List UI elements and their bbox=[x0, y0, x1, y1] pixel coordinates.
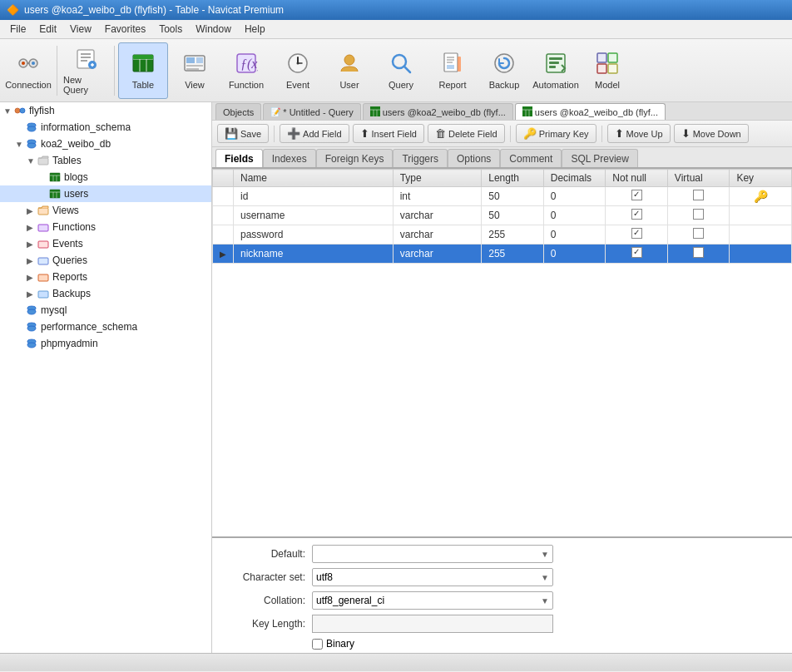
svg-rect-65 bbox=[38, 258, 48, 264]
view-icon bbox=[183, 52, 206, 78]
svg-rect-78 bbox=[522, 106, 532, 116]
field-notnull-cell[interactable] bbox=[606, 225, 668, 245]
tree-item-functions[interactable]: ▶Functions bbox=[0, 219, 211, 235]
table-row[interactable]: idint500🔑 bbox=[213, 187, 792, 206]
connection-icon bbox=[17, 52, 40, 78]
delete-field-button[interactable]: 🗑 Delete Field bbox=[428, 124, 505, 143]
svg-point-47 bbox=[20, 108, 25, 113]
keylength-input[interactable] bbox=[312, 615, 553, 633]
tree-label: information_schema bbox=[41, 121, 131, 133]
move-down-button[interactable]: ⬇ Move Down bbox=[674, 124, 749, 143]
tree-item-tables[interactable]: ▼Tables bbox=[0, 152, 211, 169]
menu-item-favorites[interactable]: Favorites bbox=[98, 22, 152, 37]
field-name-cell: password bbox=[234, 225, 394, 245]
toolbar-btn-function[interactable]: ƒ(x)Function bbox=[221, 42, 271, 99]
fields-table: NameTypeLengthDecimalsNot nullVirtualKey… bbox=[212, 169, 792, 264]
menu-item-window[interactable]: Window bbox=[189, 22, 238, 37]
toolbar-btn-report[interactable]: Report bbox=[428, 42, 478, 99]
binary-checkbox[interactable] bbox=[312, 639, 323, 650]
toolbar-btn-backup[interactable]: Backup bbox=[479, 42, 529, 99]
tab-users-koa2-2[interactable]: users @koa2_weibo_db (flyf... bbox=[515, 103, 666, 120]
toolbar-btn-user[interactable]: User bbox=[324, 42, 374, 99]
tree-item-phpmyadmin[interactable]: phpmyadmin bbox=[0, 335, 211, 352]
add-field-button[interactable]: ➕ Add Field bbox=[280, 124, 349, 143]
field-name-cell: nickname bbox=[234, 245, 394, 264]
move-up-button[interactable]: ⬆ Move Up bbox=[607, 124, 671, 143]
tree-label: mysql bbox=[41, 304, 67, 316]
field-notnull-cell[interactable] bbox=[606, 187, 668, 206]
default-select[interactable]: ▼ bbox=[312, 545, 553, 563]
not-null-checkbox bbox=[631, 190, 642, 200]
svg-rect-18 bbox=[186, 57, 195, 63]
charset-value: utf8 bbox=[316, 571, 333, 583]
collation-select[interactable]: utf8_general_ci ▼ bbox=[312, 591, 553, 610]
field-notnull-cell[interactable] bbox=[606, 206, 668, 225]
sub-tab-triggers[interactable]: Triggers bbox=[393, 149, 448, 167]
tree-item-koa2_weibo_db[interactable]: ▼koa2_weibo_db bbox=[0, 136, 211, 152]
sub-tab-options[interactable]: Options bbox=[448, 149, 500, 167]
field-virtual-cell[interactable] bbox=[667, 245, 730, 264]
tree-item-queries[interactable]: ▶Queries bbox=[0, 252, 211, 269]
toolbar-btn-event[interactable]: Event bbox=[273, 42, 323, 99]
tree-root-flyfish[interactable]: ▼flyfish bbox=[0, 102, 211, 119]
tree-item-performance_schema[interactable]: performance_schema bbox=[0, 319, 211, 335]
tab-untitled-query[interactable]: 📝* Untitled - Query bbox=[263, 103, 360, 120]
backup-icon bbox=[493, 52, 516, 78]
tab-users-koa2-1[interactable]: users @koa2_weibo_db (flyf... bbox=[363, 103, 513, 120]
table-row[interactable]: ▶nicknamevarchar2550 bbox=[213, 245, 792, 264]
svg-rect-21 bbox=[186, 68, 199, 70]
menu-item-help[interactable]: Help bbox=[238, 22, 272, 37]
toolbar-btn-connection[interactable]: Connection bbox=[3, 42, 53, 99]
primary-key-button[interactable]: 🔑 Primary Key bbox=[516, 124, 596, 143]
virtual-checkbox bbox=[693, 228, 704, 239]
svg-rect-58 bbox=[50, 190, 60, 198]
backup-label: Backup bbox=[489, 80, 520, 90]
menu-item-edit[interactable]: Edit bbox=[32, 22, 63, 37]
tree-item-reports[interactable]: ▶Reports bbox=[0, 269, 211, 285]
toolbar-btn-automation[interactable]: Automation bbox=[531, 42, 581, 99]
toolbar-btn-query[interactable]: Query bbox=[376, 42, 426, 99]
event-label: Event bbox=[286, 80, 309, 90]
field-length-cell: 50 bbox=[482, 206, 544, 225]
table-row[interactable]: passwordvarchar2550 bbox=[213, 225, 792, 245]
menu-item-tools[interactable]: Tools bbox=[152, 22, 189, 37]
insert-field-button[interactable]: ⬆ Insert Field bbox=[353, 124, 424, 143]
tree-item-users[interactable]: users bbox=[0, 185, 211, 202]
toolbar-btn-new-query[interactable]: New Query bbox=[61, 42, 111, 99]
menu-item-file[interactable]: File bbox=[3, 22, 32, 37]
tab-table-icon bbox=[522, 106, 532, 118]
tree-item-mysql[interactable]: mysql bbox=[0, 302, 211, 319]
toolbar-btn-model[interactable]: Model bbox=[582, 42, 632, 99]
tree-item-backups[interactable]: ▶Backups bbox=[0, 285, 211, 302]
svg-rect-42 bbox=[597, 53, 606, 62]
insert-field-label: Insert Field bbox=[372, 129, 417, 139]
insert-field-icon: ⬆ bbox=[360, 127, 369, 140]
toolbar-btn-view[interactable]: View bbox=[170, 42, 220, 99]
sub-tab-comment[interactable]: Comment bbox=[500, 149, 562, 167]
save-button[interactable]: 💾 Save bbox=[217, 124, 269, 143]
sub-tab-sql-preview[interactable]: SQL Preview bbox=[562, 149, 638, 167]
tree-arrow: ▶ bbox=[27, 273, 37, 282]
tab-label: * Untitled - Query bbox=[283, 107, 353, 117]
charset-select[interactable]: utf8 ▼ bbox=[312, 568, 553, 586]
folder-query-icon bbox=[37, 254, 50, 267]
toolbar-btn-table[interactable]: Table bbox=[118, 42, 168, 99]
tree-item-blogs[interactable]: blogs bbox=[0, 169, 211, 185]
add-field-label: Add Field bbox=[303, 129, 341, 139]
sub-tab-indexes[interactable]: Indexes bbox=[263, 149, 316, 167]
sub-tab-fields[interactable]: Fields bbox=[215, 149, 263, 167]
field-notnull-cell[interactable] bbox=[606, 245, 668, 264]
menu-item-view[interactable]: View bbox=[63, 22, 98, 37]
field-virtual-cell[interactable] bbox=[667, 206, 730, 225]
tree-item-events[interactable]: ▶Events bbox=[0, 235, 211, 252]
tree-item-views[interactable]: ▶Views bbox=[0, 202, 211, 219]
field-virtual-cell[interactable] bbox=[667, 225, 730, 245]
tab-objects[interactable]: Objects bbox=[215, 103, 261, 120]
primary-key-icon: 🔑 bbox=[523, 127, 537, 140]
tree-item-information_schema[interactable]: information_schema bbox=[0, 119, 211, 136]
main-layout: ▼flyfish information_schema▼koa2_weibo_d… bbox=[0, 102, 792, 653]
sub-tab-foreign-keys[interactable]: Foreign Keys bbox=[316, 149, 394, 167]
field-virtual-cell[interactable] bbox=[667, 187, 730, 206]
table-row[interactable]: usernamevarchar500 bbox=[213, 206, 792, 225]
col-header-length: Length bbox=[482, 170, 544, 187]
